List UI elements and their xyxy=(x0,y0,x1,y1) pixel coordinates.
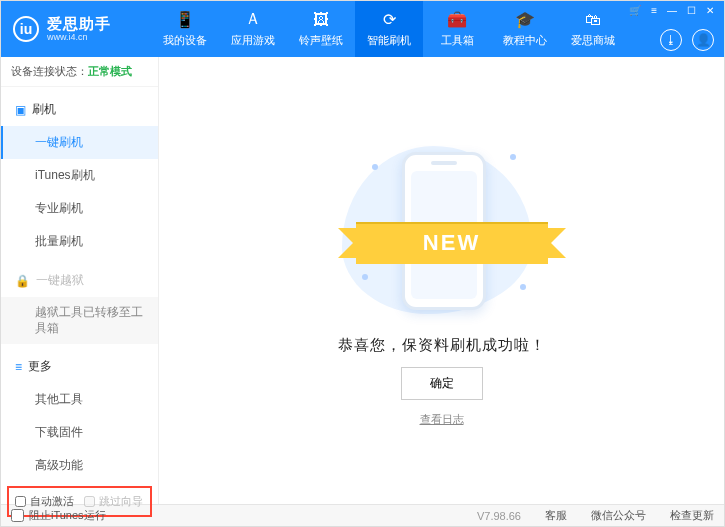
chk-label: 跳过向导 xyxy=(99,494,143,509)
sidebar-item-advanced[interactable]: 高级功能 xyxy=(1,449,158,482)
menu-icon[interactable]: ≡ xyxy=(649,5,659,16)
logo-texts: 爱思助手 www.i4.cn xyxy=(47,16,111,42)
section-head-jailbreak: 🔒一键越狱 xyxy=(1,264,158,297)
nav-label: 教程中心 xyxy=(503,33,547,48)
connection-status: 设备连接状态：正常模式 xyxy=(1,57,158,87)
ok-button[interactable]: 确定 xyxy=(401,367,483,400)
nav-toolbox[interactable]: 🧰工具箱 xyxy=(423,1,491,57)
auto-activate-checkbox[interactable]: 自动激活 xyxy=(15,494,74,509)
spark-icon xyxy=(362,274,368,280)
nav-apps-games[interactable]: Ａ应用游戏 xyxy=(219,1,287,57)
check-update-link[interactable]: 检查更新 xyxy=(670,508,714,523)
sec-title: 更多 xyxy=(28,358,52,375)
top-nav: 📱我的设备 Ａ应用游戏 🖼铃声壁纸 ⟳智能刷机 🧰工具箱 🎓教程中心 🛍爱思商城 xyxy=(151,1,627,57)
success-illustration: NEW xyxy=(342,134,542,324)
nav-label: 智能刷机 xyxy=(367,33,411,48)
maximize-icon[interactable]: ☐ xyxy=(685,5,698,16)
header-actions: ⭳ 👤 xyxy=(660,29,714,51)
account-button[interactable]: 👤 xyxy=(692,29,714,51)
sec-title: 一键越狱 xyxy=(36,272,84,289)
checkbox-input[interactable] xyxy=(11,509,24,522)
sidebar-item-pro-flash[interactable]: 专业刷机 xyxy=(1,192,158,225)
nav-label: 爱思商城 xyxy=(571,33,615,48)
sec-title: 刷机 xyxy=(32,101,56,118)
sidebar-item-other-tools[interactable]: 其他工具 xyxy=(1,383,158,416)
section-head-flash[interactable]: ▣刷机 xyxy=(1,93,158,126)
support-link[interactable]: 客服 xyxy=(545,508,567,523)
wechat-link[interactable]: 微信公众号 xyxy=(591,508,646,523)
section-more: ≡更多 其他工具 下载固件 高级功能 xyxy=(1,344,158,482)
nav-smart-flash[interactable]: ⟳智能刷机 xyxy=(355,1,423,57)
cart-icon[interactable]: 🛒 xyxy=(627,5,643,16)
block-itunes-checkbox[interactable]: 阻止iTunes运行 xyxy=(11,508,106,523)
app-site: www.i4.cn xyxy=(47,33,111,42)
sidebar-item-itunes-flash[interactable]: iTunes刷机 xyxy=(1,159,158,192)
view-log-link[interactable]: 查看日志 xyxy=(420,412,464,427)
phone-icon: ▣ xyxy=(15,103,26,117)
wallpaper-icon: 🖼 xyxy=(312,11,330,29)
store-icon: 🛍 xyxy=(584,11,602,29)
sidebar: 设备连接状态：正常模式 ▣刷机 一键刷机 iTunes刷机 专业刷机 批量刷机 … xyxy=(1,57,159,504)
skip-setup-checkbox[interactable]: 跳过向导 xyxy=(84,494,143,509)
section-head-more[interactable]: ≡更多 xyxy=(1,350,158,383)
download-manager-button[interactable]: ⭳ xyxy=(660,29,682,51)
status-value: 正常模式 xyxy=(88,65,132,77)
nav-label: 铃声壁纸 xyxy=(299,33,343,48)
success-message: 恭喜您，保资料刷机成功啦！ xyxy=(338,336,546,355)
title-bar: iu 爱思助手 www.i4.cn 📱我的设备 Ａ应用游戏 🖼铃声壁纸 ⟳智能刷… xyxy=(1,1,724,57)
section-flash: ▣刷机 一键刷机 iTunes刷机 专业刷机 批量刷机 xyxy=(1,87,158,258)
toolbox-icon: 🧰 xyxy=(448,11,466,29)
chk-label: 阻止iTunes运行 xyxy=(29,508,106,523)
sidebar-item-oneclick-flash[interactable]: 一键刷机 xyxy=(1,126,158,159)
logo-icon: iu xyxy=(13,16,39,42)
nav-label: 应用游戏 xyxy=(231,33,275,48)
flash-icon: ⟳ xyxy=(380,11,398,29)
chk-label: 自动激活 xyxy=(30,494,74,509)
jailbreak-moved-note: 越狱工具已转移至工具箱 xyxy=(1,297,158,344)
logo-block: iu 爱思助手 www.i4.cn xyxy=(13,16,151,42)
sidebar-item-download-firmware[interactable]: 下载固件 xyxy=(1,416,158,449)
device-icon: 📱 xyxy=(176,11,194,29)
version-label: V7.98.66 xyxy=(477,510,521,522)
spark-icon xyxy=(520,284,526,290)
checkbox-input[interactable] xyxy=(84,496,95,507)
spark-icon xyxy=(510,154,516,160)
more-icon: ≡ xyxy=(15,360,22,374)
nav-label: 工具箱 xyxy=(441,33,474,48)
spark-icon xyxy=(372,164,378,170)
nav-tutorials[interactable]: 🎓教程中心 xyxy=(491,1,559,57)
main-panel: NEW 恭喜您，保资料刷机成功啦！ 确定 查看日志 xyxy=(159,57,724,504)
close-icon[interactable]: ✕ xyxy=(704,5,716,16)
nav-label: 我的设备 xyxy=(163,33,207,48)
body: 设备连接状态：正常模式 ▣刷机 一键刷机 iTunes刷机 专业刷机 批量刷机 … xyxy=(1,57,724,504)
minimize-icon[interactable]: — xyxy=(665,5,679,16)
checkbox-input[interactable] xyxy=(15,496,26,507)
nav-my-device[interactable]: 📱我的设备 xyxy=(151,1,219,57)
nav-ringtone-wallpaper[interactable]: 🖼铃声壁纸 xyxy=(287,1,355,57)
window-controls: 🛒 ≡ — ☐ ✕ xyxy=(627,5,716,16)
section-jailbreak: 🔒一键越狱 越狱工具已转移至工具箱 xyxy=(1,258,158,344)
nav-store[interactable]: 🛍爱思商城 xyxy=(559,1,627,57)
tutorial-icon: 🎓 xyxy=(516,11,534,29)
apps-icon: Ａ xyxy=(244,11,262,29)
app-name: 爱思助手 xyxy=(47,16,111,31)
lock-icon: 🔒 xyxy=(15,274,30,288)
sidebar-item-batch-flash[interactable]: 批量刷机 xyxy=(1,225,158,258)
status-label: 设备连接状态： xyxy=(11,65,88,77)
new-ribbon: NEW xyxy=(356,222,548,264)
